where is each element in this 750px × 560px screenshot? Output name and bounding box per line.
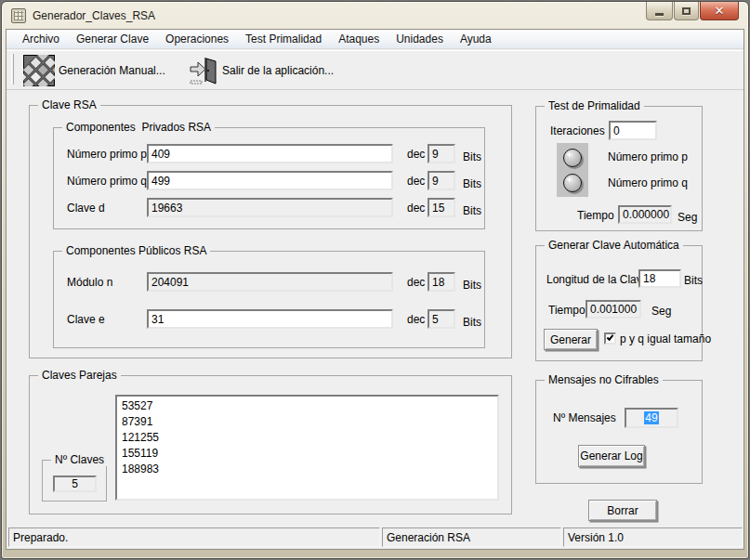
generar-log-button[interactable]: Generar Log	[578, 445, 645, 467]
manual-generation-label: Generación Manual...	[59, 64, 165, 77]
clave-e-label: Clave e	[67, 313, 105, 326]
toolbar: Generación Manual... Salir de la aplicac…	[7, 50, 743, 90]
status-panel-version: Versión 1.0	[563, 527, 743, 547]
num-claves-value: 5	[53, 475, 97, 492]
list-item[interactable]: 87391	[122, 414, 497, 430]
menu-ataques[interactable]: Ataques	[330, 30, 388, 48]
claves-parejas-listbox[interactable]: 53527 87391 121255 155119 188983	[115, 395, 499, 501]
menu-generar-clave[interactable]: Generar Clave	[68, 30, 157, 48]
num-mensajes-value: 49	[644, 411, 658, 424]
iteraciones-input[interactable]	[609, 121, 657, 140]
list-item[interactable]: 53527	[122, 398, 497, 414]
auto-tiempo-label: Tiempo	[548, 304, 586, 317]
menu-ayuda[interactable]: Ayuda	[452, 30, 500, 48]
pq-equal-checkbox-box	[604, 332, 616, 345]
menu-operaciones[interactable]: Operaciones	[157, 30, 237, 48]
close-icon: ✕	[715, 5, 725, 17]
numero-primo-p-label: Número primo p	[67, 148, 147, 161]
claves-parejas-title: Claves Parejas	[38, 369, 121, 382]
numero-primo-q-bits-label: Bits	[463, 177, 481, 190]
clave-d-unit: dec	[407, 202, 425, 215]
led-panel	[557, 143, 588, 197]
componentes-privados-group: Componentes Privados RSA Número primo p …	[53, 127, 485, 229]
test-tiempo-label: Tiempo	[577, 209, 614, 222]
exit-door-icon	[187, 55, 218, 86]
menu-bar: Archivo Generar Clave Operaciones Test P…	[7, 30, 743, 49]
exit-application-button[interactable]: Salir de la aplicación...	[183, 53, 337, 88]
app-window: Generador_Claves_RSA ✕ Archivo Generar C…	[1, 1, 749, 559]
pq-equal-checkbox-label: p y q igual tamaño	[620, 332, 711, 345]
clave-e-bits-value: 5	[428, 309, 455, 329]
generar-clave-automatica-title: Generar Clave Automática	[545, 239, 683, 252]
num-mensajes-label: Nº Mensajes	[553, 411, 616, 424]
componentes-publicos-title: Componentes Públicos RSA	[62, 244, 210, 257]
led-primo-p-indicator	[563, 149, 582, 167]
modulo-n-bits-value: 18	[428, 272, 455, 292]
iteraciones-label: Iteraciones	[550, 124, 605, 137]
modulo-n-bits-label: Bits	[463, 279, 481, 292]
test-tiempo-unit: Seg	[678, 211, 697, 224]
mensajes-no-cifrables-title: Mensajes no Cifrables	[545, 373, 663, 386]
app-icon	[11, 8, 26, 23]
clave-d-bits-value: 15	[428, 198, 455, 217]
list-item[interactable]: 155119	[122, 446, 497, 462]
numero-primo-q-input[interactable]	[147, 171, 393, 190]
window-title: Generador_Claves_RSA	[33, 9, 155, 22]
auto-tiempo-unit: Seg	[651, 305, 671, 318]
window-controls: ✕	[645, 2, 739, 20]
title-bar: Generador_Claves_RSA ✕	[2, 2, 748, 29]
num-claves-title: Nº Claves	[51, 453, 108, 466]
menu-unidades[interactable]: Unidades	[388, 30, 452, 48]
modulo-n-value: 204091	[147, 272, 393, 292]
generar-button[interactable]: Generar	[544, 329, 598, 350]
exit-application-label: Salir de la aplicación...	[222, 64, 334, 77]
status-panel-main: Preparado.	[8, 527, 380, 547]
numero-primo-p-unit: dec	[407, 148, 425, 161]
borrar-button[interactable]: Borrar	[588, 500, 657, 521]
componentes-privados-title: Componentes Privados RSA	[62, 121, 215, 134]
maximize-icon	[682, 7, 691, 15]
modulo-n-label: Módulo n	[67, 276, 112, 289]
status-panel-mode: Generación RSA	[382, 527, 561, 547]
manual-generation-button[interactable]: Generación Manual...	[20, 53, 169, 88]
menu-test-primalidad[interactable]: Test Primalidad	[237, 30, 330, 48]
numero-primo-p-bits-value: 9	[428, 144, 455, 163]
clave-e-input[interactable]	[147, 309, 393, 329]
numero-primo-q-unit: dec	[407, 175, 425, 188]
generar-clave-automatica-group: Generar Clave Automática Longitud de la …	[535, 245, 703, 361]
modulo-n-unit: dec	[407, 276, 425, 289]
longitud-clave-unit: Bits	[684, 274, 703, 287]
clave-d-bits-label: Bits	[463, 204, 481, 217]
list-item[interactable]: 188983	[122, 462, 497, 477]
longitud-clave-input[interactable]	[638, 269, 681, 288]
menu-archivo[interactable]: Archivo	[14, 30, 68, 48]
auto-tiempo-value: 0.001000	[586, 300, 641, 319]
claves-parejas-group: Claves Parejas 53527 87391 121255 155119…	[29, 375, 512, 514]
close-button[interactable]: ✕	[700, 2, 739, 20]
test-primalidad-title: Test de Primalidad	[545, 99, 644, 112]
clave-e-unit: dec	[407, 313, 425, 326]
led-primo-q-label: Número primo q	[608, 176, 688, 189]
list-item[interactable]: 121255	[122, 430, 497, 446]
num-claves-group: Nº Claves 5	[42, 460, 107, 501]
minimize-icon	[655, 13, 664, 16]
numero-primo-q-bits-value: 9	[428, 171, 455, 190]
numero-primo-p-input[interactable]	[147, 144, 393, 163]
test-tiempo-value: 0.000000	[618, 205, 672, 224]
minimize-button[interactable]	[646, 2, 673, 20]
led-primo-p-label: Número primo p	[608, 150, 688, 163]
longitud-clave-label: Longitud de la Clave	[546, 273, 648, 286]
clave-rsa-group: Clave RSA Componentes Privados RSA Númer…	[29, 105, 512, 358]
clave-d-value: 19663	[147, 198, 393, 217]
toolbar-gripper[interactable]	[11, 54, 14, 85]
clave-rsa-title: Clave RSA	[38, 98, 100, 111]
test-primalidad-group: Test de Primalidad Iteraciones Número pr…	[535, 106, 703, 231]
mensajes-no-cifrables-group: Mensajes no Cifrables Nº Mensajes 49 Gen…	[535, 380, 703, 484]
num-mensajes-field[interactable]: 49	[625, 408, 678, 428]
maximize-button[interactable]	[674, 2, 699, 20]
status-bar: Preparado. Generación RSA Versión 1.0	[7, 527, 743, 549]
client-area: Archivo Generar Clave Operaciones Test P…	[6, 29, 744, 550]
numero-primo-p-bits-label: Bits	[463, 150, 481, 163]
keyboard-icon	[23, 55, 55, 86]
clave-d-label: Clave d	[67, 202, 105, 215]
